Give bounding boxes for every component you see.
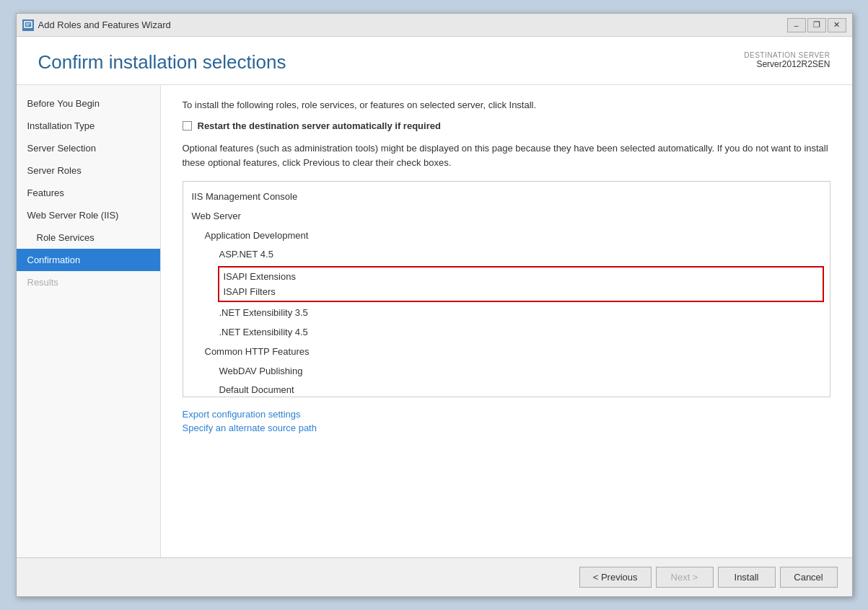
minimize-button[interactable]: – <box>787 18 806 32</box>
page-title: Confirm installation selections <box>38 51 286 74</box>
main-content: Before You BeginInstallation TypeServer … <box>17 85 852 557</box>
restart-checkbox-row: Restart the destination server automatic… <box>183 120 830 131</box>
links-section: Export configuration settingsSpecify an … <box>183 409 830 433</box>
restart-checkbox[interactable] <box>183 121 192 131</box>
instruction-text: To install the following roles, role ser… <box>183 100 830 110</box>
wizard-icon <box>22 19 34 31</box>
optional-text: Optional features (such as administratio… <box>183 141 830 169</box>
feature-item: Application Development <box>183 226 830 246</box>
destination-label: DESTINATION SERVER <box>744 51 830 59</box>
destination-name: Server2012R2SEN <box>744 59 830 69</box>
destination-server: DESTINATION SERVER Server2012R2SEN <box>744 51 830 69</box>
feature-item: ISAPI Filters <box>224 284 818 299</box>
close-button[interactable]: ✕ <box>828 18 846 32</box>
page-header: Confirm installation selections DESTINAT… <box>17 37 852 85</box>
feature-item: Common HTTP Features <box>183 342 830 362</box>
next-button[interactable]: Next > <box>656 567 714 588</box>
install-button[interactable]: Install <box>718 567 776 588</box>
sidebar-item-server-selection[interactable]: Server Selection <box>17 137 160 159</box>
cancel-button[interactable]: Cancel <box>780 567 838 588</box>
feature-item: ISAPI Extensions <box>224 269 818 284</box>
feature-item: .NET Extensibility 4.5 <box>183 323 830 342</box>
sidebar-item-server-roles[interactable]: Server Roles <box>17 159 160 182</box>
content-layout: To install the following roles, role ser… <box>161 85 852 557</box>
sidebar-item-results: Results <box>17 271 160 293</box>
footer: < Previous Next > Install Cancel <box>17 557 852 596</box>
sidebar-item-features[interactable]: Features <box>17 182 160 204</box>
feature-item: .NET Extensibility 3.5 <box>183 304 830 323</box>
features-box[interactable]: IIS Management ConsoleWeb ServerApplicat… <box>183 181 830 397</box>
sidebar-item-role-services[interactable]: Role Services <box>17 226 160 249</box>
main-window: Add Roles and Features Wizard – ❐ ✕ Conf… <box>16 13 853 597</box>
feature-item: Default Document <box>183 381 830 397</box>
features-list: IIS Management ConsoleWeb ServerApplicat… <box>183 182 830 397</box>
restore-button[interactable]: ❐ <box>807 18 826 32</box>
previous-button[interactable]: < Previous <box>579 567 652 588</box>
window-title: Add Roles and Features Wizard <box>38 19 171 30</box>
sidebar: Before You BeginInstallation TypeServer … <box>17 85 161 557</box>
title-bar-left: Add Roles and Features Wizard <box>22 19 171 31</box>
link-export-config[interactable]: Export configuration settings <box>183 409 830 420</box>
sidebar-item-before-you-begin[interactable]: Before You Begin <box>17 92 160 115</box>
sidebar-item-confirmation[interactable]: Confirmation <box>17 249 160 271</box>
link-alternate-source[interactable]: Specify an alternate source path <box>183 423 830 433</box>
feature-item: IIS Management Console <box>183 187 830 207</box>
feature-item: ASP.NET 4.5 <box>183 245 830 265</box>
feature-item: WebDAV Publishing <box>183 362 830 381</box>
sidebar-item-installation-type[interactable]: Installation Type <box>17 115 160 137</box>
title-bar: Add Roles and Features Wizard – ❐ ✕ <box>17 14 852 37</box>
window-controls: – ❐ ✕ <box>787 18 846 32</box>
svg-rect-0 <box>25 22 32 27</box>
feature-item: Web Server <box>183 207 830 226</box>
body-section: To install the following roles, role ser… <box>161 85 852 557</box>
sidebar-item-web-server-role[interactable]: Web Server Role (IIS) <box>17 204 160 226</box>
restart-label: Restart the destination server automatic… <box>198 120 441 131</box>
